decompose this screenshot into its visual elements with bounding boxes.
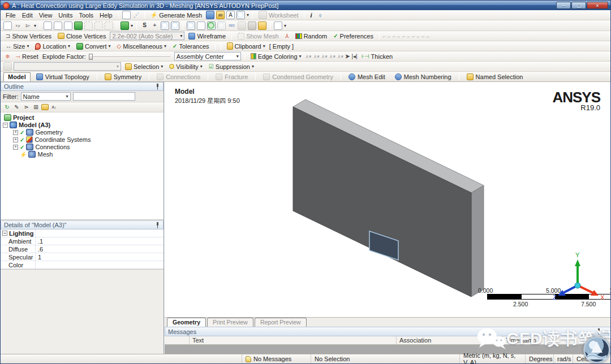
iso-view-icon[interactable]: ISO — [227, 21, 236, 30]
context-tab-symmetry[interactable]: Symmetry — [101, 73, 146, 81]
expand-icon[interactable]: + — [13, 130, 18, 135]
status-messages[interactable]: No Messages — [242, 354, 311, 363]
title-bar[interactable]: A : Heat Convection using Large Eddy Sim… — [1, 1, 610, 10]
edge-coloring-menu[interactable]: Edge Coloring ▾ — [248, 53, 304, 60]
select-body-icon[interactable] — [74, 21, 83, 30]
select-extend-icon[interactable] — [84, 21, 93, 30]
context-tab-virtual-topology[interactable]: Virtual Topology — [32, 73, 93, 81]
dropdown-icon[interactable]: ▾ — [34, 23, 36, 28]
status-angle-units[interactable]: Degrees — [526, 354, 554, 363]
context-tab-condensed-geometry[interactable]: Condensed Geometry — [259, 73, 337, 81]
edge-type-icon[interactable]: ∧▾ — [313, 54, 320, 59]
filter-search-input[interactable] — [73, 92, 135, 101]
context-tab-fracture[interactable]: Fracture — [212, 73, 252, 81]
edge-direction-icon[interactable]: ⌐→ — [412, 33, 420, 39]
tree-item-project[interactable]: Project — [1, 114, 163, 121]
details-row-color[interactable]: Color — [1, 261, 163, 269]
context-tab-mesh-edit[interactable]: Mesh Edit — [345, 73, 389, 81]
label-icon[interactable] — [3, 21, 12, 30]
close-icon[interactable]: × — [605, 328, 608, 335]
folder-icon[interactable] — [41, 104, 49, 110]
select-mode-icon[interactable] — [121, 21, 129, 30]
reset-button[interactable]: ⤙ Reset — [14, 53, 41, 60]
show-mesh-button[interactable]: Show Mesh — [235, 32, 281, 40]
tree-item-model[interactable]: − Model (A3) — [1, 122, 163, 128]
dropdown-icon[interactable]: ▾ — [131, 23, 133, 28]
refresh-icon[interactable]: ↻ — [3, 103, 11, 111]
suppression-menu[interactable]: ☑ Suppression ▾ — [206, 63, 256, 71]
status-units[interactable]: Metric (m, kg, N, s, V, A) — [460, 354, 526, 363]
wireframe-button[interactable]: Wireframe — [186, 32, 228, 40]
tree-item-geometry[interactable]: + ✓ Geometry — [1, 129, 163, 136]
menu-help[interactable]: Help — [97, 11, 115, 19]
tab-geometry[interactable]: Geometry — [167, 318, 206, 327]
filter-combo[interactable]: Name ▾ — [21, 92, 71, 101]
dropdown-icon[interactable]: ▾ — [284, 23, 286, 28]
edge-type-icon[interactable]: ∧▾ — [329, 54, 335, 59]
expand-icon[interactable]: + — [13, 137, 18, 142]
preferences-button[interactable]: ✓ Preferences — [331, 32, 376, 40]
dropdown-icon[interactable]: ▾ — [247, 12, 249, 18]
tree-item-mesh[interactable]: ⚡ Mesh — [1, 151, 163, 158]
edge-type-icon[interactable]: ∧▾ — [321, 54, 328, 59]
tab-print-preview[interactable]: Print Preview — [207, 318, 253, 327]
context-tab-model[interactable]: Model — [3, 72, 31, 81]
select-box-icon[interactable] — [94, 21, 103, 30]
show-info-button[interactable]: i — [308, 11, 314, 19]
expand-icon[interactable]: + — [13, 145, 18, 150]
selection-menu[interactable]: Selection ▾ — [123, 63, 165, 71]
pin-icon[interactable] — [596, 328, 601, 335]
menu-units[interactable]: Units — [56, 11, 75, 19]
details-row-lighting[interactable]: − Lighting — [1, 229, 163, 237]
zoom-fit-icon[interactable] — [187, 21, 195, 30]
tolerances-button[interactable]: ✓ Tolerances — [170, 42, 212, 50]
menu-view[interactable]: View — [37, 11, 55, 19]
slab-front-face[interactable] — [293, 107, 471, 297]
show-vertices-button[interactable]: ⊐ Show Vertices — [3, 32, 54, 40]
zoom-box-icon[interactable] — [161, 21, 169, 30]
size-menu[interactable]: ↔ Size ▾ — [3, 42, 31, 50]
explode-factor-slider[interactable] — [88, 53, 173, 60]
tag-icon[interactable]: ⬨ — [316, 11, 325, 19]
edge-direction-icon[interactable]: ⌐→ — [422, 33, 430, 39]
slider-thumb[interactable] — [89, 54, 93, 60]
menu-file[interactable]: File — [3, 11, 18, 19]
mesh-update-icon[interactable] — [206, 11, 214, 19]
tree-item-connections[interactable]: + ✓ Connections — [1, 144, 163, 150]
zoom-in-out-icon[interactable] — [171, 21, 179, 30]
details-row-diffuse[interactable]: Diffuse .6 — [1, 245, 163, 253]
annotation-icon[interactable]: A — [226, 11, 235, 19]
random-colors-button[interactable]: Random — [293, 32, 330, 40]
visibility-menu[interactable]: Visibility ▾ — [167, 63, 205, 71]
edit-filter-icon[interactable]: ✎ — [12, 103, 21, 111]
tab-report-preview[interactable]: Report Preview — [255, 318, 307, 327]
image-capture-icon[interactable] — [236, 11, 245, 19]
dialog-icon[interactable] — [122, 11, 131, 19]
snapshot-icon[interactable] — [258, 21, 266, 30]
status-angular-velocity-units[interactable]: rad/s — [554, 354, 573, 363]
zoom-window-icon[interactable] — [197, 21, 205, 30]
pin-icon[interactable] — [155, 222, 160, 228]
abc-check-icon[interactable]: ab — [216, 11, 225, 19]
edge-direction-icon[interactable]: ⌐→ — [383, 33, 391, 39]
worksheet-button[interactable]: Worksheet — [256, 10, 300, 20]
messages-col-icon[interactable] — [165, 336, 190, 344]
look-at-icon[interactable] — [238, 21, 246, 30]
menu-edit[interactable]: Edit — [20, 11, 35, 19]
miscellaneous-menu[interactable]: ◇ Miscellaneous ▾ — [115, 42, 169, 50]
maximize-button[interactable]: ▢ — [571, 2, 586, 9]
edge-midside-icon[interactable]: |◂| — [351, 53, 357, 59]
rotate-icon[interactable]: S — [140, 21, 149, 30]
convert-menu[interactable]: Convert ▾ — [74, 42, 113, 50]
explode-icon[interactable]: ≑ — [3, 52, 12, 60]
close-vertices-button[interactable]: Close Vertices — [55, 32, 108, 40]
minimize-button[interactable]: – — [556, 2, 571, 9]
zoom-previous-icon[interactable] — [217, 21, 226, 30]
pin-icon[interactable] — [155, 84, 160, 90]
edge-direction-icon[interactable]: ⌐→ — [393, 33, 401, 39]
collapse-icon[interactable]: − — [2, 231, 7, 236]
edge-type-icon[interactable]: ∧▾ — [306, 54, 312, 59]
direction-arrow-icon[interactable]: ➤ — [345, 53, 350, 59]
generate-mesh-button[interactable]: ⚡ Generate Mesh — [148, 11, 204, 19]
slab-side-face[interactable] — [471, 185, 484, 297]
